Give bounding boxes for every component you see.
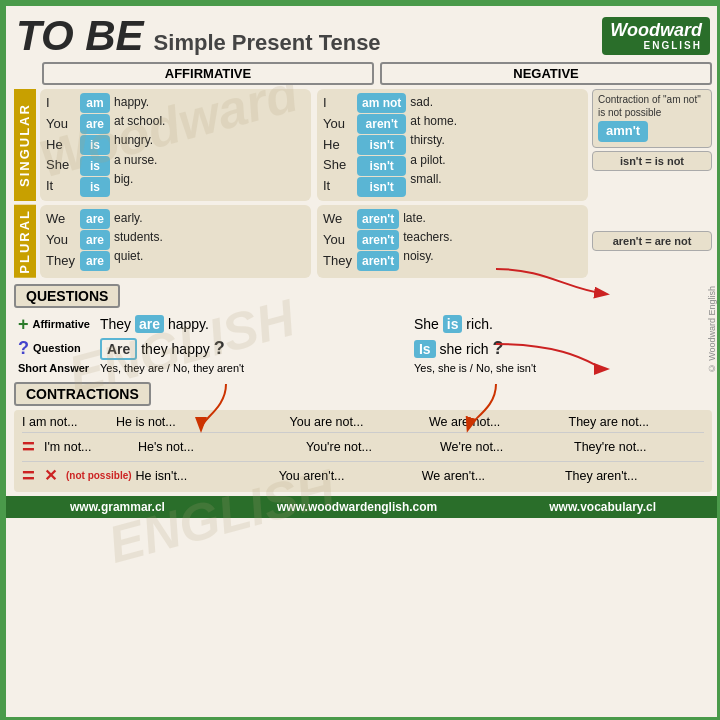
question-symbol: ? (18, 338, 29, 359)
contractions-title: CONTRACTIONS (14, 382, 151, 406)
plural-neg-verbs: aren't aren't aren't (357, 209, 399, 271)
plural-negative-box: WeYouThey aren't aren't aren't late. tea… (317, 205, 588, 278)
question-q-label: Question (33, 342, 81, 354)
singular-aff-subjects: IYouHeSheIt (46, 93, 76, 197)
singular-label: SINGULAR (14, 89, 36, 201)
footer-link-2[interactable]: www.woodwardenglish.com (277, 500, 437, 514)
singular-neg-sentences: sad. at home. thirsty. a pilot. small. (410, 93, 457, 189)
logo: Woodward ENGLISH (602, 17, 710, 56)
title-area: TO BE Simple Present Tense (16, 12, 381, 60)
singular-neg-verbs: am not aren't isn't isn't isn't (357, 93, 406, 197)
contractions-row2: = I'm not... He's not... You're not... W… (22, 436, 704, 462)
singular-negative-box: IYouHeSheIt am not aren't isn't isn't is… (317, 89, 588, 201)
plural-aff-sentences: early. students. quiet. (114, 209, 163, 267)
contractions-table: I am not... He is not... You are not... … (14, 410, 712, 492)
negative-header: NEGATIVE (380, 62, 712, 85)
cr3-x: ✕ (44, 466, 62, 485)
singular-aff-sentences: happy. at school. hungry. a nurse. big. (114, 93, 165, 189)
plural-row: PLURAL WeYouThey are are are early. stud… (6, 205, 720, 282)
isnt-box: isn't = is not (592, 151, 712, 171)
cr1-c5: They are not... (569, 415, 705, 429)
is-question-highlight: Is (414, 340, 436, 358)
page-title-tobe: TO BE (16, 12, 144, 60)
singular-affirmative-box: IYouHeSheIt am are is is is happy. at sc… (40, 89, 311, 201)
cr3-c3: You aren't... (279, 469, 418, 483)
singular-neg-subjects: IYouHeSheIt (323, 93, 353, 197)
footer-link-3[interactable]: www.vocabulary.cl (549, 500, 656, 514)
cr2-c3: You're not... (306, 440, 436, 454)
cr1-c2: He is not... (116, 415, 252, 429)
is-highlight-1: is (443, 315, 463, 333)
plural-neg-subjects: WeYouThey (323, 209, 353, 271)
plural-label: PLURAL (14, 205, 36, 278)
q-sym-label: ? Question (18, 338, 90, 359)
questions-grid: + Affirmative They are happy. She is ric… (14, 312, 712, 376)
plus-symbol: + (18, 314, 29, 335)
cr3-c5: They aren't... (565, 469, 704, 483)
cr2-c2: He's not... (138, 440, 268, 454)
questions-title: QUESTIONS (14, 284, 120, 308)
cr2-eq: = (22, 436, 40, 458)
contractions-row1: I am not... He is not... You are not... … (22, 415, 704, 433)
plural-aff-verbs: are are are (80, 209, 110, 271)
aff-sym-label: + Affirmative (18, 314, 90, 335)
logo-sub: ENGLISH (610, 40, 702, 51)
page-title-sub: Simple Present Tense (154, 30, 381, 56)
arent-box: aren't = are not (592, 231, 712, 251)
footer: www.grammar.cl www.woodwardenglish.com w… (6, 496, 720, 518)
cr2-c1: I'm not... (44, 440, 134, 454)
short-ans-label: Short Answer (18, 362, 90, 374)
q1-mark: ? (214, 338, 225, 358)
cr1-c1: I am not... (22, 415, 112, 429)
logo-name: Woodward (610, 20, 702, 40)
q-sent-2: Is she rich ? (414, 338, 708, 359)
footer-link-1[interactable]: www.grammar.cl (70, 500, 165, 514)
are-highlight-1: are (135, 315, 164, 333)
aff-sent-2: She is rich. (414, 316, 708, 332)
header: TO BE Simple Present Tense Woodward ENGL… (6, 6, 720, 62)
affirmative-q-label: Affirmative (33, 318, 90, 330)
cr3-c2: He isn't... (136, 469, 275, 483)
plural-affirmative-box: WeYouThey are are are early. students. q… (40, 205, 311, 278)
questions-section: QUESTIONS + Affirmative They are happy. … (6, 282, 720, 380)
short-ans-2: Yes, she is / No, she isn't (414, 362, 708, 374)
contractions-row3: = ✕ (not possible) He isn't... You aren'… (22, 465, 704, 487)
amnt-pill: amn't (598, 121, 648, 142)
cr3-not-possible: (not possible) (66, 470, 132, 481)
cr2-c5: They're not... (574, 440, 704, 454)
copyright: © Woodward English (707, 286, 717, 373)
cr3-c4: We aren't... (422, 469, 561, 483)
contraction-note-text: Contraction of "am not" is not possible (598, 94, 701, 118)
plural-neg-sentences: late. teachers. noisy. (403, 209, 452, 267)
contractions-section: CONTRACTIONS I am not... He is not... Yo… (6, 380, 720, 496)
singular-row: SINGULAR IYouHeSheIt am are is is is hap… (6, 89, 720, 205)
singular-annotations: Contraction of "am not" is not possible … (592, 89, 712, 201)
cr2-c4: We're not... (440, 440, 570, 454)
cr1-c3: You are not... (290, 415, 426, 429)
plural-annotation: aren't = are not (592, 205, 712, 278)
singular-aff-verbs: am are is is is (80, 93, 110, 197)
q2-mark: ? (492, 338, 503, 358)
cr1-c4: We are not... (429, 415, 565, 429)
plural-aff-subjects: WeYouThey (46, 209, 76, 271)
cr3-eq: = (22, 465, 40, 487)
short-ans-1: Yes, they are / No, they aren't (100, 362, 394, 374)
aff-sent-1: They are happy. (100, 316, 394, 332)
are-question-highlight: Are (100, 338, 137, 360)
q-sent-1: Are they happy ? (100, 338, 394, 359)
col-headers: AFFIRMATIVE NEGATIVE (6, 62, 720, 89)
contraction-note: Contraction of "am not" is not possible … (592, 89, 712, 148)
affirmative-header: AFFIRMATIVE (42, 62, 374, 85)
